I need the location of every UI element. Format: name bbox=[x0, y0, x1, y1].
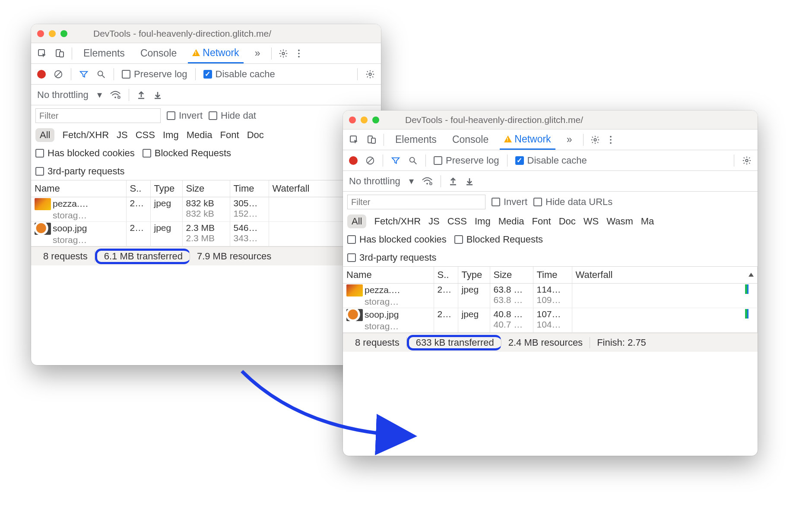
type-css[interactable]: CSS bbox=[447, 216, 467, 227]
tab-network[interactable]: Network bbox=[188, 43, 243, 63]
type-manifest[interactable]: Ma bbox=[641, 216, 654, 227]
type-media[interactable]: Media bbox=[498, 216, 524, 227]
search-icon[interactable] bbox=[408, 156, 418, 165]
type-fetch[interactable]: Fetch/XHR bbox=[374, 216, 421, 227]
col-name[interactable]: Name bbox=[343, 267, 434, 284]
col-time[interactable]: Time bbox=[533, 267, 572, 284]
type-js[interactable]: JS bbox=[428, 216, 440, 227]
search-icon[interactable] bbox=[96, 69, 106, 79]
minimize-icon[interactable] bbox=[49, 30, 56, 37]
hide-data-urls-checkbox[interactable]: Hide data URLs bbox=[533, 196, 612, 208]
tab-elements[interactable]: Elements bbox=[391, 129, 441, 150]
filter-icon[interactable] bbox=[79, 69, 89, 79]
table-row[interactable]: soop.jpgstorag… 2… jpeg 40.8 …40.7 … 107… bbox=[343, 308, 758, 333]
col-status[interactable]: S.. bbox=[434, 267, 458, 284]
type-font[interactable]: Font bbox=[532, 216, 551, 227]
gear-icon[interactable] bbox=[279, 49, 288, 58]
type-fetch[interactable]: Fetch/XHR bbox=[62, 129, 109, 141]
disable-cache-checkbox[interactable]: Disable cache bbox=[203, 69, 275, 80]
record-icon[interactable] bbox=[37, 70, 46, 79]
wifi-icon[interactable] bbox=[110, 90, 121, 100]
tab-network[interactable]: Network bbox=[500, 129, 555, 150]
titlebar: DevTools - foul-heavenly-direction.glitc… bbox=[31, 24, 381, 43]
type-doc[interactable]: Doc bbox=[247, 129, 264, 141]
kebab-icon[interactable] bbox=[295, 49, 303, 58]
type-all[interactable]: All bbox=[347, 214, 366, 228]
third-party-checkbox[interactable]: 3rd-party requests bbox=[347, 252, 437, 263]
type-css[interactable]: CSS bbox=[136, 129, 155, 141]
type-media[interactable]: Media bbox=[187, 129, 213, 141]
svg-point-14 bbox=[118, 97, 119, 98]
throttle-row: No throttling ▾ bbox=[31, 85, 381, 105]
tabs-overflow[interactable]: » bbox=[251, 43, 265, 63]
invert-checkbox[interactable]: Invert bbox=[167, 110, 203, 121]
col-type[interactable]: Type bbox=[458, 267, 490, 284]
type-all[interactable]: All bbox=[35, 128, 54, 142]
download-icon[interactable] bbox=[153, 90, 162, 100]
throttling-select[interactable]: No throttling ▾ bbox=[37, 89, 102, 101]
upload-icon[interactable] bbox=[449, 177, 457, 186]
col-waterfall[interactable]: Waterfall bbox=[572, 267, 758, 284]
gear-icon[interactable] bbox=[365, 69, 375, 79]
wifi-icon[interactable] bbox=[422, 177, 433, 186]
cookie-filters: Has blocked cookies Blocked Requests bbox=[31, 144, 381, 162]
type-doc[interactable]: Doc bbox=[559, 216, 576, 227]
tab-console[interactable]: Console bbox=[136, 43, 181, 63]
record-icon[interactable] bbox=[349, 156, 358, 165]
download-icon[interactable] bbox=[465, 177, 474, 186]
tabs-overflow[interactable]: » bbox=[562, 129, 577, 150]
blocked-cookies-checkbox[interactable]: Has blocked cookies bbox=[35, 148, 135, 159]
statusbar: 8 requests 633 kB transferred 2.4 MB res… bbox=[343, 333, 758, 352]
maximize-icon[interactable] bbox=[60, 30, 67, 37]
disable-cache-label: Disable cache bbox=[527, 155, 587, 166]
type-wasm[interactable]: Wasm bbox=[606, 216, 633, 227]
kebab-icon[interactable] bbox=[607, 135, 615, 145]
type-img[interactable]: Img bbox=[475, 216, 491, 227]
gear-icon[interactable] bbox=[590, 135, 600, 145]
upload-icon[interactable] bbox=[137, 90, 146, 100]
device-toggle-icon[interactable] bbox=[366, 135, 377, 145]
inspect-icon[interactable] bbox=[349, 135, 359, 145]
third-party-checkbox[interactable]: 3rd-party requests bbox=[35, 166, 125, 177]
table-row[interactable]: pezza.…storag… 2… jpeg 63.8 …63.8 … 114…… bbox=[343, 284, 758, 308]
col-status[interactable]: S.. bbox=[126, 180, 150, 197]
preserve-log-checkbox[interactable]: Preserve log bbox=[434, 155, 499, 166]
col-name[interactable]: Name bbox=[31, 180, 126, 197]
blocked-cookies-checkbox[interactable]: Has blocked cookies bbox=[347, 234, 447, 245]
tab-console[interactable]: Console bbox=[448, 129, 493, 150]
type-ws[interactable]: WS bbox=[584, 216, 599, 227]
throttling-select[interactable]: No throttling ▾ bbox=[349, 176, 414, 187]
clear-icon[interactable] bbox=[54, 69, 63, 79]
type-js[interactable]: JS bbox=[117, 129, 128, 141]
maximize-icon[interactable] bbox=[372, 117, 379, 123]
status-resources: 2.4 MB resources bbox=[501, 337, 590, 348]
type-font[interactable]: Font bbox=[220, 129, 239, 141]
minimize-icon[interactable] bbox=[361, 117, 368, 123]
disable-cache-checkbox[interactable]: Disable cache bbox=[515, 155, 587, 166]
close-icon[interactable] bbox=[349, 117, 356, 123]
hide-data-urls-checkbox[interactable]: Hide dat bbox=[209, 110, 256, 121]
table-row[interactable]: pezza.…storag… 2… jpeg 832 kB832 kB 305…… bbox=[31, 197, 381, 222]
blocked-requests-checkbox[interactable]: Blocked Requests bbox=[454, 234, 543, 245]
filter-icon[interactable] bbox=[391, 156, 400, 165]
device-toggle-icon[interactable] bbox=[54, 48, 65, 59]
blocked-requests-checkbox[interactable]: Blocked Requests bbox=[143, 148, 231, 159]
invert-checkbox[interactable]: Invert bbox=[492, 196, 527, 208]
tab-elements[interactable]: Elements bbox=[79, 43, 129, 63]
close-icon[interactable] bbox=[37, 30, 44, 37]
col-time[interactable]: Time bbox=[230, 180, 269, 197]
type-img[interactable]: Img bbox=[163, 129, 179, 141]
clear-icon[interactable] bbox=[365, 156, 375, 165]
col-size[interactable]: Size bbox=[490, 267, 533, 284]
table-row[interactable]: soop.jpgstorag… 2… jpeg 2.3 MB2.3 MB 546… bbox=[31, 222, 381, 246]
filter-input[interactable] bbox=[347, 195, 485, 209]
inspect-icon[interactable] bbox=[37, 48, 48, 59]
filter-input[interactable] bbox=[35, 108, 161, 123]
status-transferred: 633 kB transferred bbox=[407, 335, 501, 350]
status-finish: Finish: 2.75 bbox=[590, 337, 653, 348]
preserve-log-checkbox[interactable]: Preserve log bbox=[122, 69, 187, 80]
col-size[interactable]: Size bbox=[182, 180, 230, 197]
gear-icon[interactable] bbox=[742, 156, 752, 165]
col-type[interactable]: Type bbox=[150, 180, 182, 197]
waterfall-bar bbox=[745, 309, 749, 319]
